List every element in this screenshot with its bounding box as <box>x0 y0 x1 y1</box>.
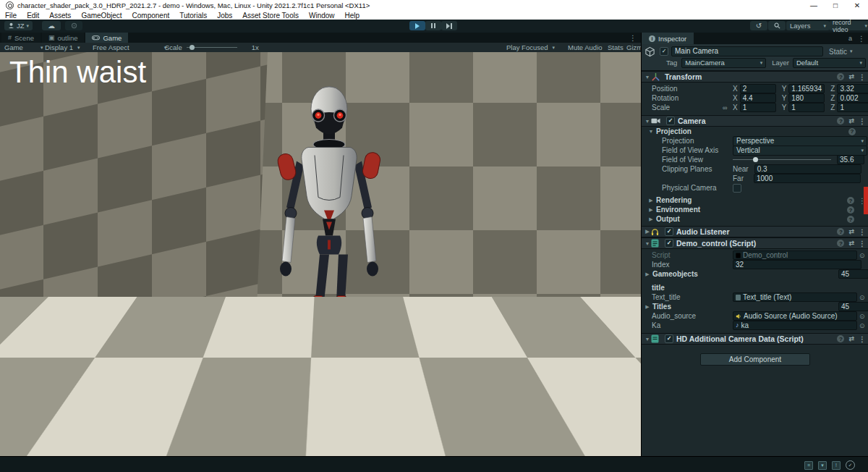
menu-jobs[interactable]: Jobs <box>217 12 232 20</box>
services-button[interactable] <box>65 21 82 30</box>
component-menu-icon[interactable]: ⋮ <box>859 73 866 81</box>
presets-icon[interactable]: ⇄ <box>848 240 854 247</box>
scale-slider-knob[interactable] <box>190 45 195 50</box>
scale-slider[interactable] <box>187 47 237 48</box>
menu-tutorials[interactable]: Tutorials <box>179 12 207 20</box>
undo-history-button[interactable]: ↺ <box>750 21 767 30</box>
step-button[interactable] <box>441 21 457 30</box>
hd-camera-data-checkbox[interactable]: ✓ <box>665 334 673 343</box>
physical-camera-checkbox[interactable] <box>733 184 741 193</box>
next-character-button[interactable]: > <box>621 434 631 455</box>
gameobject-active-checkbox[interactable]: ✓ <box>660 47 668 56</box>
foldout-icon[interactable]: ▼ <box>644 119 651 124</box>
position-z-field[interactable]: 3.32 <box>837 84 868 93</box>
foldout-icon[interactable]: ▶ <box>647 198 655 203</box>
component-menu-icon[interactable]: ⋮ <box>859 228 866 236</box>
tab-outline[interactable]: ▣ outline <box>42 33 85 43</box>
far-field[interactable]: 1000 <box>754 174 861 183</box>
object-picker-icon[interactable]: ⊙ <box>859 294 865 301</box>
prev-character-button[interactable]: < <box>606 434 616 455</box>
object-picker-icon[interactable]: ⊙ <box>859 313 865 320</box>
console-info-icon[interactable]: ≡ <box>804 461 813 470</box>
play-focused-dropdown[interactable]: Play Focused ▾ <box>506 43 555 52</box>
demo-control-header[interactable]: ▼ ✓ Demo_control (Script) ? ⇄ ⋮ <box>642 237 868 249</box>
presets-icon[interactable]: ⇄ <box>848 117 854 125</box>
text-title-object-field[interactable]: Text_title (Text) <box>733 292 857 302</box>
hd-camera-data-header[interactable]: ▼ ✓ HD Additional Camera Data (Script) ?… <box>642 333 868 345</box>
stats-button[interactable]: Stats <box>608 43 624 52</box>
component-menu-icon[interactable]: ⋮ <box>859 240 866 248</box>
tab-game[interactable]: Game <box>85 33 128 43</box>
help-icon[interactable]: ? <box>837 228 844 235</box>
help-icon[interactable]: ? <box>847 206 854 214</box>
menu-edit[interactable]: Edit <box>27 12 39 20</box>
object-picker-icon[interactable]: ⊙ <box>859 252 865 259</box>
rotation-x-field[interactable]: 4.4 <box>740 93 776 103</box>
scale-x-field[interactable]: 1 <box>740 103 776 112</box>
position-y-field[interactable]: 1.165934 <box>788 84 825 93</box>
minimize-button[interactable]: — <box>803 0 825 11</box>
audio-listener-checkbox[interactable]: ✓ <box>665 227 673 236</box>
component-menu-icon[interactable]: ⋮ <box>859 117 866 125</box>
near-field[interactable]: 0.3 <box>754 164 861 174</box>
console-error-icon[interactable]: ! <box>832 461 841 470</box>
game-view-menu-icon[interactable]: ⋮ <box>629 34 637 42</box>
help-icon[interactable]: ? <box>847 216 854 223</box>
help-icon[interactable]: ? <box>837 117 844 125</box>
add-component-button[interactable]: Add Component <box>700 353 810 366</box>
maximize-button[interactable]: □ <box>825 0 846 11</box>
help-icon[interactable]: ? <box>847 197 854 204</box>
link-scale-icon[interactable]: ∞ <box>723 104 727 111</box>
menu-window[interactable]: Window <box>309 12 335 20</box>
help-icon[interactable]: ? <box>848 128 856 135</box>
menu-help[interactable]: Help <box>345 12 360 20</box>
presets-icon[interactable]: ⇄ <box>848 228 854 235</box>
gameobject-cube-icon[interactable] <box>644 46 655 57</box>
progress-check-icon[interactable]: ✓ <box>846 460 855 470</box>
tab-scene[interactable]: # Scene <box>1 33 41 43</box>
ka-object-field[interactable]: ♪ ka <box>733 321 857 330</box>
foldout-icon[interactable]: ▶ <box>644 229 651 235</box>
camera-enabled-checkbox[interactable]: ✓ <box>666 117 675 125</box>
titles-row[interactable]: ▶ Titles 45 <box>642 302 868 311</box>
object-picker-icon[interactable]: ⊙ <box>859 322 865 329</box>
demo-control-checkbox[interactable]: ✓ <box>665 239 673 248</box>
fov-slider-knob[interactable] <box>753 157 758 162</box>
foldout-icon[interactable]: ▶ <box>644 271 651 277</box>
tab-inspector[interactable]: i Inspector <box>642 33 694 44</box>
menu-gameobject[interactable]: GameObject <box>81 12 122 20</box>
search-button[interactable] <box>768 21 786 30</box>
scale-z-field[interactable]: 1 <box>837 103 868 112</box>
menu-asset-store-tools[interactable]: Asset Store Tools <box>242 12 299 20</box>
help-icon[interactable]: ? <box>837 73 844 80</box>
game-viewport[interactable]: Thin waist < > <box>0 52 641 456</box>
fov-axis-dropdown[interactable]: Vertical ▾ <box>733 146 867 156</box>
inspector-menu-icon[interactable]: ⋮ <box>858 35 865 43</box>
rotation-z-field[interactable]: 0.002 <box>837 93 868 103</box>
output-foldout[interactable]: ▶ Output ? <box>642 214 868 224</box>
audio-listener-header[interactable]: ▶ ✓ Audio Listener ? ⇄ ⋮ <box>642 226 868 237</box>
help-icon[interactable]: ? <box>837 240 844 247</box>
presets-icon[interactable]: ⇄ <box>848 335 854 342</box>
tag-dropdown[interactable]: MainCamera ▾ <box>681 58 766 68</box>
environment-foldout[interactable]: ▶ Environment ? <box>642 205 868 214</box>
transform-header[interactable]: ▼ Transform ? ⇄ ⋮ <box>642 71 868 83</box>
foldout-icon[interactable]: ▶ <box>647 216 655 222</box>
gameobjects-count-field[interactable]: 45 <box>838 269 868 279</box>
foldout-icon[interactable]: ▼ <box>644 75 651 80</box>
component-menu-icon[interactable]: ⋮ <box>859 335 866 343</box>
play-button[interactable] <box>409 21 425 30</box>
layers-dropdown[interactable]: Layers ▾ <box>786 21 830 30</box>
foldout-icon[interactable]: ▼ <box>644 241 651 246</box>
script-object-field[interactable]: Demo_control <box>733 250 857 260</box>
fov-value-field[interactable]: 35.6 <box>837 155 864 164</box>
gameobjects-row[interactable]: ▶ Gameobjects 45 <box>642 269 868 279</box>
aspect-dropdown[interactable]: Free Aspect ▾ <box>93 43 166 52</box>
projection-section-row[interactable]: ▼ Projection ? <box>642 127 868 136</box>
static-dropdown-caret[interactable]: ▾ <box>850 49 853 54</box>
gameobject-name-field[interactable]: Main Camera <box>671 46 823 56</box>
index-field[interactable]: 32 <box>733 260 861 269</box>
layer-dropdown[interactable]: Default ▾ <box>793 58 866 68</box>
close-button[interactable]: ✕ <box>846 0 868 11</box>
display-dropdown[interactable]: Display 1 ▾ <box>45 43 80 52</box>
